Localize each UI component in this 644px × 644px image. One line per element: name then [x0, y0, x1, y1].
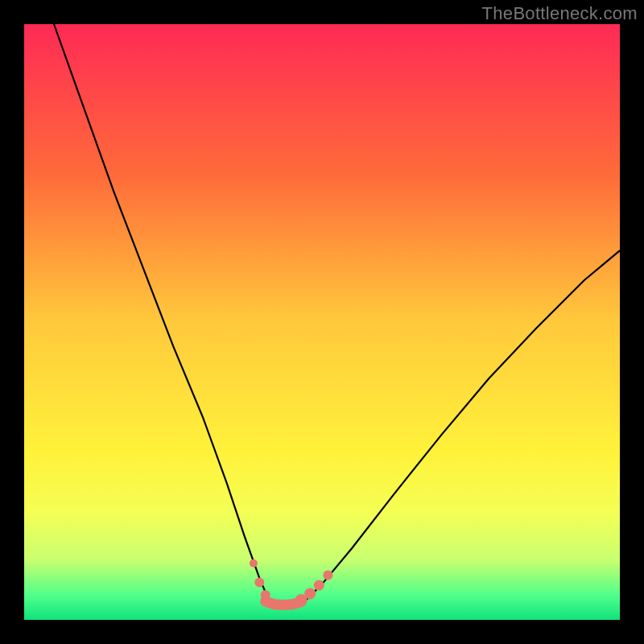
- bottleneck-chart: [24, 24, 620, 620]
- bottom-marker: [323, 571, 332, 580]
- attribution-label: TheBottleneck.com: [482, 3, 638, 24]
- bottom-marker: [304, 588, 316, 599]
- chart-background: [24, 24, 620, 620]
- chart-frame: [24, 24, 620, 620]
- bottom-marker: [254, 577, 264, 587]
- bottom-marker: [314, 580, 324, 591]
- bottom-marker: [261, 590, 270, 600]
- bottom-marker: [250, 559, 258, 568]
